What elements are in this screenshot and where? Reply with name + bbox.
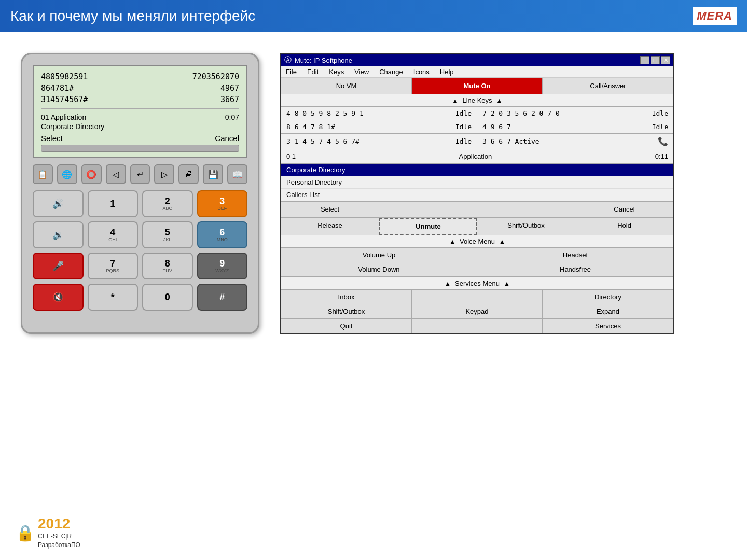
- key-hash-curve[interactable]: #: [197, 284, 248, 311]
- vol-up-btn[interactable]: 🔊: [33, 190, 84, 217]
- menu-icons[interactable]: Icons: [412, 67, 431, 76]
- voice-section: Volume Up Headset Volume Down Handsfree: [281, 248, 673, 277]
- app-name: Application: [459, 152, 492, 160]
- maximize-btn[interactable]: □: [651, 56, 660, 64]
- key-5[interactable]: 5 JKL: [142, 221, 193, 248]
- nav-circle-btn[interactable]: ⭕: [81, 164, 102, 184]
- line-key-1-left[interactable]: 4 8 0 5 9 8 2 5 9 1 Idle: [281, 107, 477, 120]
- title-left: Ⓐ Mute: IP Softphone: [284, 55, 352, 65]
- line2-left-status: Idle: [455, 123, 472, 131]
- corp-dir-item[interactable]: Corporate Directory: [281, 164, 673, 176]
- empty-middle-2: [412, 319, 543, 333]
- phone-device: 4805982591 7203562070 864781# 4967 31457…: [21, 53, 259, 334]
- services-btn[interactable]: Services: [543, 319, 673, 333]
- footer: 🔒 2012 CEE-SEC|R РазработкаПО: [16, 515, 80, 550]
- line-key-3-left[interactable]: 3 1 4 5 7 4 5 6 7# Idle: [281, 134, 477, 149]
- shiftoutbox-btn[interactable]: Shift/Outbox: [477, 218, 575, 235]
- line1-right-num: 7 2 0 3 5 6 2 0 7 0: [482, 109, 560, 117]
- key-9-headset[interactable]: 9 WXYZ: [197, 253, 248, 279]
- svc-arrow-right[interactable]: ▲: [504, 280, 510, 287]
- header: Как и почему мы меняли интерфейс MERA: [0, 0, 747, 32]
- key-1[interactable]: 1: [88, 190, 139, 217]
- nav-enter-btn[interactable]: ↵: [130, 164, 150, 184]
- active-icon: 📞: [658, 136, 668, 146]
- screen-cancel-btn[interactable]: Cancel: [215, 134, 239, 143]
- call-answer-btn[interactable]: Call/Answer: [543, 78, 673, 94]
- close-btn[interactable]: ✕: [661, 56, 670, 64]
- nav-globe-btn[interactable]: 🌐: [57, 164, 77, 184]
- screen-actions: Select Cancel: [41, 134, 239, 143]
- menu-keys[interactable]: Keys: [327, 67, 345, 76]
- footer-org1: CEE-SEC|R: [38, 532, 80, 541]
- phone-scrollbar[interactable]: [41, 145, 239, 152]
- handsfree-btn[interactable]: Handsfree: [477, 262, 673, 277]
- voice-arrow-right[interactable]: ▲: [499, 238, 505, 245]
- shiftoutbox2-btn[interactable]: Shift/Outbox: [281, 304, 412, 319]
- app-time: 0:11: [655, 152, 668, 160]
- inbox-btn[interactable]: Inbox: [281, 290, 412, 304]
- key-2[interactable]: 2 ABC: [142, 190, 193, 217]
- voice-arrow-left[interactable]: ▲: [449, 238, 455, 245]
- svc-arrow-left[interactable]: ▲: [445, 280, 451, 287]
- key-star[interactable]: *: [88, 284, 139, 311]
- key-0[interactable]: 0: [142, 284, 193, 311]
- key-6-monitor[interactable]: 6 MNO: [197, 221, 248, 248]
- nav-save-btn[interactable]: 💾: [203, 164, 223, 184]
- vol-mute-btn[interactable]: 🔇: [33, 284, 84, 311]
- mute-btn[interactable]: Mute On: [412, 78, 543, 94]
- window-controls: _ □ ✕: [640, 56, 670, 64]
- no-vm-btn[interactable]: No VM: [281, 78, 412, 94]
- line-key-1-right[interactable]: 7 2 0 3 5 6 2 0 7 0 Idle: [477, 107, 673, 120]
- cancel-btn[interactable]: Cancel: [575, 202, 673, 217]
- release-btn[interactable]: Release: [281, 218, 379, 235]
- line-key-2-left[interactable]: 8 6 4 7 8 1# Idle: [281, 120, 477, 134]
- key-8[interactable]: 8 TUV: [142, 253, 193, 279]
- menu-view[interactable]: View: [353, 67, 370, 76]
- key-3-call[interactable]: 3 DEF: [197, 190, 248, 217]
- select-btn[interactable]: Select: [281, 202, 379, 217]
- expand-btn[interactable]: Expand: [543, 304, 673, 319]
- line-arrow-left[interactable]: ▲: [452, 97, 459, 104]
- empty-middle-1: [412, 290, 543, 304]
- menu-edit[interactable]: Edit: [306, 67, 320, 76]
- key-4[interactable]: 4 GHI: [88, 221, 139, 248]
- headset-btn[interactable]: Headset: [477, 248, 673, 262]
- menu-file[interactable]: File: [284, 67, 298, 76]
- directory-btn[interactable]: Directory: [543, 290, 673, 304]
- line-keys-header: ▲ Line Keys ▲: [281, 94, 673, 107]
- line2-right-status: Idle: [652, 123, 668, 131]
- callers-list-item[interactable]: Callers List: [281, 189, 673, 201]
- footer-year: 2012: [38, 515, 80, 532]
- nav-right-btn[interactable]: ▷: [154, 164, 174, 184]
- volume-down-btn[interactable]: Volume Down: [281, 262, 477, 277]
- key-7[interactable]: 7 PQRS: [88, 253, 139, 279]
- page-title: Как и почему мы меняли интерфейс: [10, 8, 255, 24]
- hold-btn[interactable]: Hold: [575, 218, 673, 235]
- unmute-btn[interactable]: Unmute: [379, 218, 477, 235]
- nav-copy-btn[interactable]: 📋: [33, 164, 53, 184]
- menu-help[interactable]: Help: [438, 67, 455, 76]
- app-icon: Ⓐ: [284, 55, 292, 65]
- app-row: 0 1 Application 0:11: [281, 149, 673, 164]
- quit-btn[interactable]: Quit: [281, 319, 412, 333]
- screen-select-btn[interactable]: Select: [41, 134, 63, 143]
- line-arrow-right[interactable]: ▲: [496, 97, 503, 104]
- phone-nav-row: 📋 🌐 ⭕ ◁ ↵ ▷ 🖨 💾 📖: [33, 164, 247, 184]
- mic-btn[interactable]: 🎤: [33, 253, 84, 279]
- line-keys-label: Line Keys: [462, 96, 492, 104]
- nav-book-btn[interactable]: 📖: [227, 164, 247, 184]
- release-row: Release Unmute Shift/Outbox Hold: [281, 217, 673, 235]
- personal-dir-item[interactable]: Personal Directory: [281, 176, 673, 189]
- select-cancel-row: Select Cancel: [281, 201, 673, 217]
- vol-down-btn[interactable]: 🔉: [33, 221, 84, 248]
- screen-num3-right: 3667: [220, 95, 239, 104]
- volume-up-btn[interactable]: Volume Up: [281, 248, 477, 262]
- minimize-btn[interactable]: _: [640, 56, 649, 64]
- nav-print-btn[interactable]: 🖨: [178, 164, 199, 184]
- nav-left-btn[interactable]: ◁: [106, 164, 126, 184]
- line-key-3-right[interactable]: 3 6 6 7 Active 📞: [477, 134, 673, 149]
- screen-num3-left: 314574567#: [41, 95, 88, 104]
- line-key-2-right[interactable]: 4 9 6 7 Idle: [477, 120, 673, 134]
- keypad-btn[interactable]: Keypad: [412, 304, 543, 319]
- menu-change[interactable]: Change: [378, 67, 405, 76]
